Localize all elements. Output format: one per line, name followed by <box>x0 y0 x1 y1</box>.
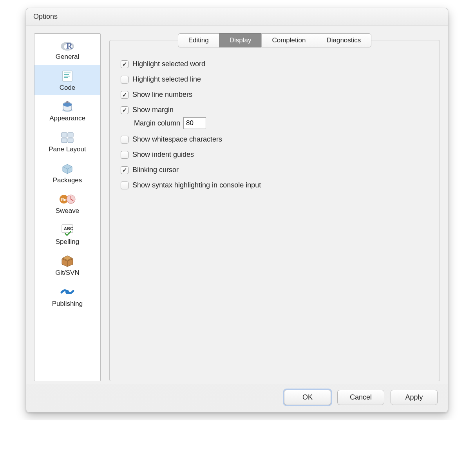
margin-column-input[interactable] <box>183 117 206 129</box>
option-label: Show indent guides <box>132 151 194 159</box>
sidebar-item-label: Spelling <box>56 238 80 246</box>
sidebar-item-general[interactable]: R General <box>34 34 100 65</box>
options-dialog: Options R General <box>26 8 448 412</box>
option-label: Show syntax highlighting in console inpu… <box>132 181 261 189</box>
sidebar-item-label: Pane Layout <box>49 146 86 153</box>
checkbox-show-margin[interactable] <box>121 106 128 114</box>
margin-column-row: Margin column <box>134 117 429 129</box>
svg-point-9 <box>63 103 72 107</box>
sidebar-item-label: Git/SVN <box>55 269 79 277</box>
button-label: OK <box>302 393 313 401</box>
box-icon <box>59 254 76 269</box>
option-label: Highlight selected line <box>132 75 201 84</box>
svg-rect-13 <box>62 138 67 143</box>
sidebar-item-sweave[interactable]: Rnw Sweave <box>34 188 100 219</box>
sidebar-item-label: Publishing <box>52 300 83 308</box>
sidebar-item-label: Appearance <box>49 115 85 122</box>
option-label: Show whitespace characters <box>132 135 222 144</box>
sidebar-item-publishing[interactable]: Publishing <box>34 281 100 312</box>
option-show-indent-guides: Show indent guides <box>121 151 429 159</box>
code-document-icon <box>59 69 76 84</box>
checkbox-show-line-numbers[interactable] <box>121 91 128 99</box>
sidebar-item-appearance[interactable]: Appearance <box>34 95 100 126</box>
button-label: Cancel <box>350 393 372 401</box>
svg-text:R: R <box>66 41 73 51</box>
panes-icon <box>59 130 76 145</box>
checkbox-show-indent-guides[interactable] <box>121 151 128 159</box>
svg-text:ABC: ABC <box>64 226 73 231</box>
sidebar-item-label: Sweave <box>56 207 79 215</box>
sidebar-item-code[interactable]: Code <box>34 65 100 96</box>
sidebar-item-pane-layout[interactable]: Pane Layout <box>34 126 100 157</box>
r-logo-icon: R <box>59 38 76 53</box>
option-label: Highlight selected word <box>132 60 205 68</box>
sidebar-item-label: Packages <box>53 177 82 184</box>
option-label: Show margin <box>132 106 174 114</box>
svg-rect-11 <box>62 133 67 137</box>
svg-point-20 <box>65 290 69 294</box>
window-title-text: Options <box>33 13 58 21</box>
margin-column-label: Margin column <box>134 119 180 127</box>
svg-rect-12 <box>68 133 73 137</box>
sidebar-item-gitsvn[interactable]: Git/SVN <box>34 250 100 281</box>
tab-label: Completion <box>272 36 306 44</box>
option-highlight-word: Highlight selected word <box>121 60 429 68</box>
tab-label: Diagnostics <box>326 36 361 44</box>
checkbox-syntax-console[interactable] <box>121 182 128 189</box>
publish-icon <box>59 285 76 300</box>
sidebar-item-packages[interactable]: Packages <box>34 157 100 188</box>
paint-bucket-icon <box>59 99 76 114</box>
option-blinking-cursor: Blinking cursor <box>121 166 429 174</box>
svg-rect-14 <box>68 138 73 143</box>
option-highlight-line: Highlight selected line <box>121 75 429 84</box>
checkbox-highlight-line[interactable] <box>121 76 128 84</box>
main-panel: Editing Display Completion Diagnostics H… <box>109 33 440 381</box>
category-sidebar: R General Code <box>34 33 101 381</box>
sidebar-item-label: General <box>56 53 79 61</box>
sidebar-item-label: Code <box>60 84 76 92</box>
checkbox-highlight-word[interactable] <box>121 60 128 68</box>
option-label: Blinking cursor <box>132 166 179 174</box>
display-options-panel: Highlight selected word Highlight select… <box>109 40 440 381</box>
button-label: Apply <box>405 393 423 401</box>
window-title: Options <box>26 8 448 25</box>
option-label: Show line numbers <box>132 91 192 99</box>
tab-diagnostics[interactable]: Diagnostics <box>316 33 371 47</box>
spellcheck-icon: ABC <box>59 223 76 238</box>
apply-button[interactable]: Apply <box>391 390 438 405</box>
tab-display[interactable]: Display <box>219 33 262 47</box>
option-show-whitespace: Show whitespace characters <box>121 135 429 144</box>
package-icon <box>59 161 76 176</box>
sweave-icon: Rnw <box>59 192 76 207</box>
tab-label: Editing <box>188 36 209 44</box>
checkbox-show-whitespace[interactable] <box>121 136 128 144</box>
tab-bar: Editing Display Completion Diagnostics <box>109 33 440 47</box>
svg-rect-10 <box>66 101 69 103</box>
dialog-footer: OK Cancel Apply <box>26 384 448 405</box>
sidebar-item-spelling[interactable]: ABC Spelling <box>34 219 100 250</box>
option-show-line-numbers: Show line numbers <box>121 91 429 99</box>
option-syntax-console: Show syntax highlighting in console inpu… <box>121 181 429 189</box>
tab-editing[interactable]: Editing <box>178 33 219 47</box>
tab-completion[interactable]: Completion <box>261 33 316 47</box>
ok-button[interactable]: OK <box>284 390 331 405</box>
checkbox-blinking-cursor[interactable] <box>121 166 128 174</box>
tab-label: Display <box>230 36 251 44</box>
option-show-margin: Show margin <box>121 106 429 114</box>
cancel-button[interactable]: Cancel <box>337 390 384 405</box>
dialog-body: R General Code <box>26 25 448 384</box>
